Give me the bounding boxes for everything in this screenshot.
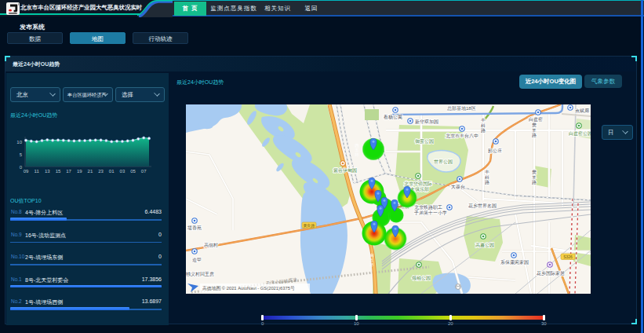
svg-text:高佃村: 高佃村 xyxy=(204,242,218,248)
svg-text:世界公园: 世界公园 xyxy=(434,159,453,165)
svg-text:S326: S326 xyxy=(563,254,573,259)
svg-text:樊羊路: 樊羊路 xyxy=(531,123,537,138)
svg-text:丰科路: 丰科路 xyxy=(485,170,489,185)
svg-text:5: 5 xyxy=(20,152,23,157)
svg-text:丰科路: 丰科路 xyxy=(481,118,486,134)
svg-text:17: 17 xyxy=(66,169,71,174)
svg-text:看杨公寓: 看杨公寓 xyxy=(383,114,402,120)
svg-text:总部基地18区: 总部基地18区 xyxy=(446,105,476,112)
svg-text:北京市丰台八中: 北京市丰台八中 xyxy=(446,133,478,139)
svg-text:堤香苑: 堤香苑 xyxy=(187,225,202,231)
svg-text:19: 19 xyxy=(77,169,82,174)
svg-text:子弟第十一小学: 子弟第十一小学 xyxy=(413,210,447,216)
svg-text:郭公庄: 郭公庄 xyxy=(487,148,502,154)
svg-text:白盆窑: 白盆窑 xyxy=(529,116,543,123)
svg-text:01: 01 xyxy=(109,169,115,174)
svg-text:高鑫公园: 高鑫公园 xyxy=(475,242,494,248)
svg-text:花乡世界名园: 花乡世界名园 xyxy=(468,203,497,209)
svg-text:10: 10 xyxy=(16,140,22,145)
svg-text:独义村回王房: 独义村回王房 xyxy=(186,271,214,277)
svg-text:大葆台: 大葆台 xyxy=(451,184,465,190)
svg-text:11: 11 xyxy=(35,169,40,174)
svg-text:花乡国际家居: 花乡国际家居 xyxy=(537,270,565,276)
svg-text:07: 07 xyxy=(141,169,147,174)
svg-text:21: 21 xyxy=(88,169,93,174)
svg-text:白盆窑公园: 白盆窑公园 xyxy=(569,130,591,137)
svg-text:高德地图 © 2021 AutoNavi - GS(2021: 高德地图 © 2021 AutoNavi - GS(2021)6375号 xyxy=(202,285,295,291)
svg-text:黄良路: 黄良路 xyxy=(304,223,315,228)
svg-text:紫谷伊甸园: 紫谷伊甸园 xyxy=(333,167,357,174)
svg-text:西五环: 西五环 xyxy=(355,143,359,157)
svg-text:造甲: 造甲 xyxy=(192,258,202,262)
svg-text:御景公园: 御景公园 xyxy=(415,139,434,145)
svg-text:点赋廊: 点赋廊 xyxy=(575,108,589,113)
svg-text:09: 09 xyxy=(24,169,29,174)
svg-text:15: 15 xyxy=(56,169,61,174)
svg-text:03: 03 xyxy=(120,169,126,174)
svg-text:北京铁路职工: 北京铁路职工 xyxy=(414,204,442,210)
svg-text:13: 13 xyxy=(45,169,50,174)
svg-text:新华双加园: 新华双加园 xyxy=(415,119,438,125)
svg-text:23: 23 xyxy=(98,169,104,174)
svg-text:樊羊路: 樊羊路 xyxy=(531,170,537,185)
svg-text:北京华侨国际: 北京华侨国际 xyxy=(404,181,432,187)
svg-text:0: 0 xyxy=(20,165,23,170)
svg-text:05: 05 xyxy=(130,169,136,174)
svg-text:系保康闲家园: 系保康闲家园 xyxy=(500,259,529,265)
svg-text:南五环: 南五环 xyxy=(369,253,374,267)
svg-text:领袖公园: 领袖公园 xyxy=(412,276,431,281)
